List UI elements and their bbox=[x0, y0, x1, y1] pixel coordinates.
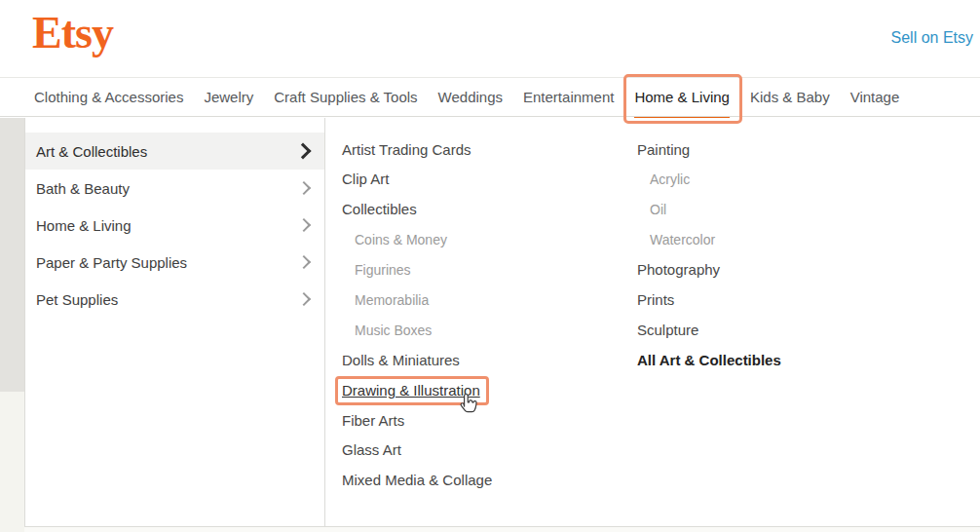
menu-item-painting[interactable]: Painting bbox=[637, 133, 781, 164]
nav-item-label: Vintage bbox=[850, 89, 900, 105]
sidebar-item-label: Bath & Beauty bbox=[36, 180, 130, 197]
menu-item-label: Coins & Money bbox=[355, 232, 447, 247]
etsy-logo[interactable]: Etsy bbox=[32, 11, 113, 56]
etsy-page: Etsy Sell on Etsy Clothing & Accessories… bbox=[0, 0, 980, 532]
sell-on-etsy-link[interactable]: Sell on Etsy bbox=[891, 29, 973, 47]
menu-item-label: Memorabilia bbox=[355, 292, 429, 308]
menu-item-label: All Art & Collectibles bbox=[637, 352, 781, 368]
chevron-right-icon bbox=[297, 255, 311, 269]
menu-item-label: Figurines bbox=[355, 262, 411, 278]
menu-item-photography[interactable]: Photography bbox=[637, 254, 781, 285]
sidebar-item-art-and-collectibles[interactable]: Art & Collectibles bbox=[25, 133, 324, 170]
nav-item-vintage[interactable]: Vintage bbox=[850, 89, 900, 105]
nav-item-label: Kids & Baby bbox=[750, 89, 830, 105]
sidebar-item-label: Paper & Party Supplies bbox=[36, 254, 187, 271]
sidebar-item-bath-and-beauty[interactable]: Bath & Beauty bbox=[25, 170, 324, 207]
nav-item-clothing-and-accessories[interactable]: Clothing & Accessories bbox=[34, 89, 183, 105]
category-dropdown-panel: Art & CollectiblesBath & BeautyHome & Li… bbox=[24, 118, 980, 527]
menu-item-watercolor[interactable]: Watercolor bbox=[637, 224, 781, 254]
sidebar-item-label: Pet Supplies bbox=[36, 291, 118, 308]
dropdown-column-links-right: PaintingAcrylicOilWatercolorPhotographyP… bbox=[637, 133, 781, 374]
nav-item-label: Weddings bbox=[438, 89, 503, 105]
menu-item-drawing-and-illustration[interactable]: Drawing & Illustration bbox=[342, 374, 492, 404]
chevron-right-icon bbox=[297, 181, 311, 195]
nav-item-label: Home & Living bbox=[634, 89, 730, 105]
menu-item-mixed-media-and-collage[interactable]: Mixed Media & Collage bbox=[342, 465, 492, 495]
nav-item-label: Craft Supplies & Tools bbox=[274, 89, 417, 105]
sidebar-item-paper-and-party-supplies[interactable]: Paper & Party Supplies bbox=[25, 244, 324, 281]
menu-item-clip-art[interactable]: Clip Art bbox=[342, 164, 492, 194]
menu-item-prints[interactable]: Prints bbox=[637, 284, 781, 314]
menu-item-oil[interactable]: Oil bbox=[637, 194, 781, 224]
nav-item-jewelry[interactable]: Jewelry bbox=[204, 89, 253, 105]
menu-item-artist-trading-cards[interactable]: Artist Trading Cards bbox=[342, 133, 492, 164]
menu-item-label: Mixed Media & Collage bbox=[342, 472, 492, 488]
nav-item-home-and-living[interactable]: Home & Living bbox=[634, 89, 730, 105]
menu-item-memorabilia[interactable]: Memorabilia bbox=[342, 284, 492, 314]
nav-item-kids-and-baby[interactable]: Kids & Baby bbox=[750, 89, 830, 105]
menu-item-collectibles[interactable]: Collectibles bbox=[342, 194, 492, 224]
menu-item-label: Fiber Arts bbox=[342, 412, 404, 429]
menu-item-label: Photography bbox=[637, 261, 720, 278]
menu-item-dolls-and-miniatures[interactable]: Dolls & Miniatures bbox=[342, 344, 492, 374]
nav-item-craft-supplies-and-tools[interactable]: Craft Supplies & Tools bbox=[274, 89, 417, 105]
menu-item-label: Acrylic bbox=[650, 171, 690, 187]
nav-item-label: Clothing & Accessories bbox=[34, 89, 183, 105]
chevron-right-icon bbox=[297, 218, 311, 232]
menu-item-label: Oil bbox=[650, 202, 666, 217]
sidebar-item-pet-supplies[interactable]: Pet Supplies bbox=[25, 281, 324, 318]
dropdown-column-links: Artist Trading CardsClip ArtCollectibles… bbox=[342, 133, 492, 495]
column-divider bbox=[324, 118, 325, 526]
nav-item-label: Entertainment bbox=[523, 89, 614, 105]
main-nav: Clothing & AccessoriesJewelryCraft Suppl… bbox=[0, 77, 980, 117]
menu-item-label: Collectibles bbox=[342, 201, 417, 217]
menu-item-label: Music Boxes bbox=[355, 323, 432, 338]
menu-item-label: Dolls & Miniatures bbox=[342, 352, 460, 368]
menu-item-fiber-arts[interactable]: Fiber Arts bbox=[342, 404, 492, 435]
sidebar-item-label: Home & Living bbox=[36, 217, 132, 234]
menu-item-glass-art[interactable]: Glass Art bbox=[342, 435, 492, 465]
menu-item-label: Sculpture bbox=[637, 322, 698, 338]
menu-item-label: Clip Art bbox=[342, 171, 389, 187]
menu-item-label: Watercolor bbox=[650, 232, 715, 247]
dropdown-sidebar: Art & CollectiblesBath & BeautyHome & Li… bbox=[25, 133, 324, 318]
menu-item-label: Painting bbox=[637, 141, 690, 158]
nav-item-label: Jewelry bbox=[204, 89, 253, 105]
menu-item-music-boxes[interactable]: Music Boxes bbox=[342, 314, 492, 344]
menu-item-sculpture[interactable]: Sculpture bbox=[637, 314, 781, 344]
page-background-strip-bottom bbox=[0, 392, 24, 532]
menu-item-coins-and-money[interactable]: Coins & Money bbox=[342, 224, 492, 254]
chevron-right-icon bbox=[295, 143, 312, 160]
menu-item-label: Artist Trading Cards bbox=[342, 141, 471, 158]
annotation-box-drawing-and-illustration bbox=[335, 376, 489, 405]
menu-item-label: Prints bbox=[637, 291, 674, 308]
page-background-below-panel bbox=[24, 527, 980, 532]
sidebar-item-label: Art & Collectibles bbox=[36, 143, 147, 160]
menu-item-label: Glass Art bbox=[342, 441, 401, 458]
nav-item-entertainment[interactable]: Entertainment bbox=[523, 89, 614, 105]
menu-item-figurines[interactable]: Figurines bbox=[342, 254, 492, 285]
menu-item-all-art-and-collectibles[interactable]: All Art & Collectibles bbox=[637, 344, 781, 374]
menu-item-acrylic[interactable]: Acrylic bbox=[637, 164, 781, 194]
sidebar-item-home-and-living[interactable]: Home & Living bbox=[25, 207, 324, 244]
page-background-strip-top bbox=[0, 118, 24, 392]
menu-item-label: Drawing & Illustration bbox=[342, 382, 480, 399]
chevron-right-icon bbox=[297, 292, 311, 306]
nav-item-weddings[interactable]: Weddings bbox=[438, 89, 503, 105]
